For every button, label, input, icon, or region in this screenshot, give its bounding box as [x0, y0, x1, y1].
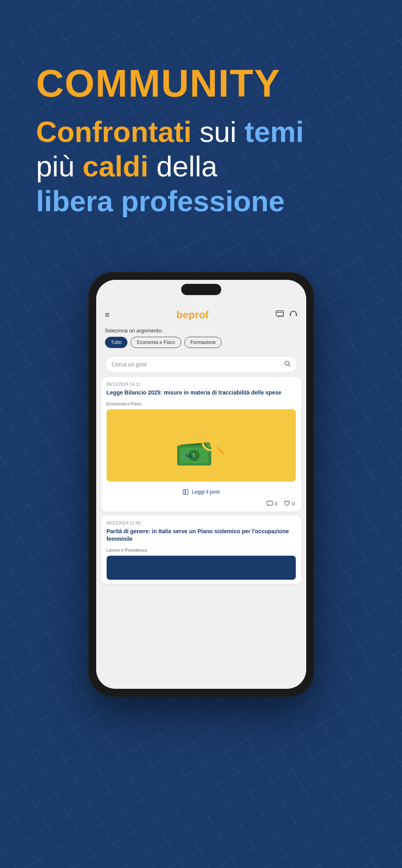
subtitle-temi: temi	[244, 116, 304, 148]
hero-subtitle: Confrontati sui temi più caldi della lib…	[36, 115, 378, 219]
subtitle-piu: più	[36, 150, 75, 182]
subtitle-caldi: caldi	[83, 150, 148, 182]
svg-text:TAX: TAX	[185, 453, 194, 458]
likes-count-1: 0	[292, 501, 295, 507]
likes-btn-1[interactable]: 0	[284, 501, 295, 507]
read-post-link-1[interactable]: Leggi il post	[101, 486, 301, 498]
svg-point-87	[205, 435, 217, 447]
post-image-1: $ TAX	[107, 409, 296, 482]
svg-rect-74	[276, 311, 283, 316]
post-date-1: 06/11/2024 14:11	[107, 382, 296, 386]
post-date-2: 06/11/2024 11:00	[107, 520, 296, 525]
subtitle-libera-professione: libera professione	[36, 185, 285, 217]
post-actions-1: 0 0	[101, 498, 301, 512]
topic-selector: Seleziona un argomento: Tutto Economia e…	[96, 324, 306, 352]
post-card-1[interactable]: 06/11/2024 14:11 Legge Bilancio 2025: mi…	[101, 377, 301, 512]
app-header: ≡ beprof	[96, 304, 306, 324]
search-icon[interactable]	[284, 360, 291, 368]
svg-rect-76	[296, 314, 297, 316]
post-image-2	[107, 556, 296, 580]
post-title-1: Legge Bilancio 2025: misure in materia d…	[107, 389, 296, 397]
chat-icon[interactable]	[276, 310, 284, 320]
svg-rect-90	[267, 501, 273, 505]
phone-shell: ≡ beprof	[89, 273, 313, 696]
community-title: COMMUNITY	[36, 64, 378, 103]
post-category-1: Economia e Fisco	[101, 401, 301, 406]
comments-count-1: 0	[275, 501, 277, 507]
post-category-2: Lavoro e Previdenza	[101, 548, 301, 552]
header-icons	[276, 310, 297, 320]
dynamic-island	[181, 284, 221, 295]
phone-mockup: ≡ beprof	[89, 273, 313, 696]
post-title-2: Parità di genere: in Italia serve un Pia…	[107, 528, 296, 543]
topic-label: Seleziona un argomento:	[105, 328, 297, 334]
subtitle-della: della	[156, 150, 217, 182]
phone-screen: ≡ beprof	[96, 280, 306, 689]
comments-btn-1[interactable]: 0	[267, 501, 277, 507]
post-card-2[interactable]: 06/11/2024 11:00 Parità di genere: in It…	[101, 516, 301, 584]
subtitle-sui: sui	[200, 116, 236, 148]
topic-pills: Tutto Economia e Fisco Formazione	[105, 337, 297, 348]
search-placeholder: Cerca un post	[112, 361, 281, 368]
search-bar[interactable]: Cerca un post	[105, 356, 297, 373]
headset-icon[interactable]	[289, 310, 297, 320]
pill-economia[interactable]: Economia e Fisco	[131, 337, 181, 348]
svg-line-39	[105, 670, 402, 868]
beprof-logo: beprof	[176, 309, 209, 321]
post-meta-1: 06/11/2024 14:11 Legge Bilancio 2025: mi…	[101, 377, 301, 401]
svg-line-78	[289, 365, 290, 366]
svg-line-88	[218, 448, 223, 453]
svg-line-40	[117, 691, 402, 868]
screen-content: ≡ beprof	[96, 280, 306, 689]
read-post-label-1: Leggi il post	[192, 489, 220, 495]
menu-icon[interactable]: ≡	[105, 310, 110, 320]
pill-tutto[interactable]: Tutto	[105, 337, 128, 348]
hero-text-section: COMMUNITY Confrontati sui temi più caldi…	[36, 64, 378, 219]
post-meta-2: 06/11/2024 11:00 Parità di genere: in It…	[101, 516, 301, 548]
svg-rect-75	[290, 314, 291, 316]
subtitle-confrontati: Confrontati	[36, 116, 192, 148]
pill-formazione[interactable]: Formazione	[184, 337, 222, 348]
